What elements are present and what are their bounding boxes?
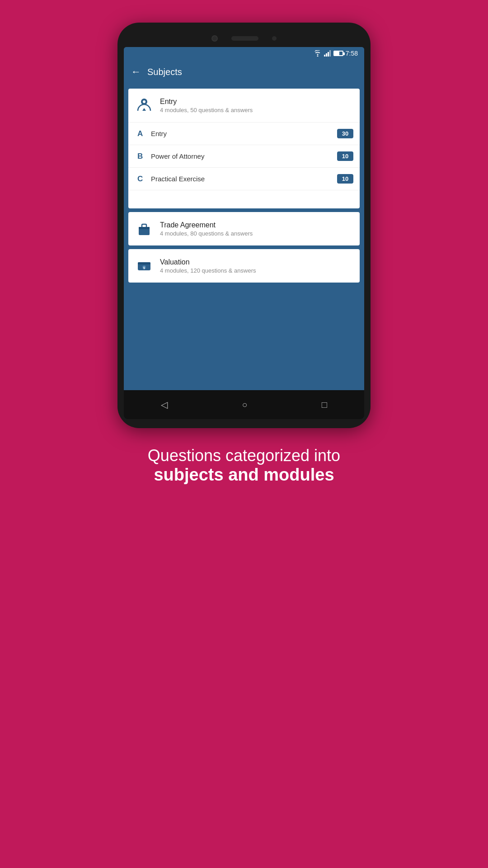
caption-line2: subjects and modules <box>148 465 340 485</box>
valuation-icon: $ <box>135 256 154 275</box>
svg-point-0 <box>317 56 318 57</box>
back-button[interactable]: ← <box>131 66 141 78</box>
svg-rect-4 <box>329 50 331 57</box>
screen: 7:58 ← Subjects <box>124 47 364 419</box>
battery-icon <box>333 51 343 56</box>
subject-info-trade: Trade Agreement 4 modules, 80 questions … <box>160 221 353 237</box>
module-badge-a: 30 <box>337 129 353 138</box>
caption: Questions categorized into subjects and … <box>112 446 376 485</box>
speaker <box>231 36 258 41</box>
status-bar: 7:58 <box>124 47 364 60</box>
svg-text:$: $ <box>143 266 145 270</box>
nav-home-button[interactable]: ○ <box>233 398 256 412</box>
signal-icon <box>324 50 331 57</box>
svg-rect-1 <box>324 55 325 57</box>
phone-top-bar <box>124 32 364 47</box>
entry-icon <box>135 96 154 115</box>
phone-body: 7:58 ← Subjects <box>117 23 371 428</box>
subject-card-entry: Entry 4 modules, 50 questions & answers … <box>128 89 360 208</box>
module-letter-b: B <box>137 152 151 161</box>
module-item-a[interactable]: A Entry 30 <box>128 123 360 145</box>
status-icons: 7:58 <box>314 50 358 57</box>
content-spacer <box>128 286 360 386</box>
subject-header-entry[interactable]: Entry 4 modules, 50 questions & answers <box>128 89 360 122</box>
subject-info-entry: Entry 4 modules, 50 questions & answers <box>160 98 353 113</box>
svg-point-7 <box>143 100 145 103</box>
module-list-entry: A Entry 30 B Power of Attorney 10 C <box>128 122 360 208</box>
subject-meta-trade: 4 modules, 80 questions & answers <box>160 230 353 237</box>
caption-line1: Questions categorized into <box>148 446 340 465</box>
sensor <box>272 36 277 41</box>
module-name-a: Entry <box>151 130 337 137</box>
svg-marker-6 <box>142 108 146 111</box>
module-name-c: Practical Exercise <box>151 175 337 183</box>
svg-rect-10 <box>139 227 150 229</box>
nav-recent-button[interactable]: □ <box>313 398 336 412</box>
module-item-c[interactable]: C Practical Exercise 10 <box>128 168 360 190</box>
svg-rect-12 <box>138 262 150 264</box>
module-badge-c: 10 <box>337 174 353 184</box>
top-nav: ← Subjects <box>124 60 364 84</box>
module-letter-a: A <box>137 129 151 138</box>
content-area: Entry 4 modules, 50 questions & answers … <box>124 84 364 390</box>
nav-back-button[interactable]: ◁ <box>152 397 177 412</box>
page-title: Subjects <box>147 67 182 77</box>
subject-card-valuation: $ Valuation 4 modules, 120 questions & a… <box>128 249 360 283</box>
subject-info-valuation: Valuation 4 modules, 120 questions & ans… <box>160 258 353 274</box>
module-letter-c: C <box>137 175 151 184</box>
front-camera <box>211 35 218 42</box>
wifi-icon <box>314 50 322 57</box>
trade-icon <box>135 219 154 238</box>
module-badge-b: 10 <box>337 151 353 161</box>
subject-card-trade: Trade Agreement 4 modules, 80 questions … <box>128 212 360 245</box>
subject-header-valuation[interactable]: $ Valuation 4 modules, 120 questions & a… <box>128 249 360 283</box>
subject-name-trade: Trade Agreement <box>160 221 353 229</box>
subject-header-trade[interactable]: Trade Agreement 4 modules, 80 questions … <box>128 212 360 245</box>
module-item-b[interactable]: B Power of Attorney 10 <box>128 145 360 168</box>
subject-meta-entry: 4 modules, 50 questions & answers <box>160 107 353 113</box>
svg-rect-3 <box>328 52 329 57</box>
subject-meta-valuation: 4 modules, 120 questions & answers <box>160 267 353 274</box>
subject-name-valuation: Valuation <box>160 258 353 266</box>
bottom-nav: ◁ ○ □ <box>124 390 364 419</box>
subject-name-entry: Entry <box>160 98 353 106</box>
time-display: 7:58 <box>346 50 358 57</box>
svg-rect-2 <box>326 53 327 57</box>
phone-wrapper: 7:58 ← Subjects <box>117 23 371 428</box>
module-name-b: Power of Attorney <box>151 152 337 160</box>
